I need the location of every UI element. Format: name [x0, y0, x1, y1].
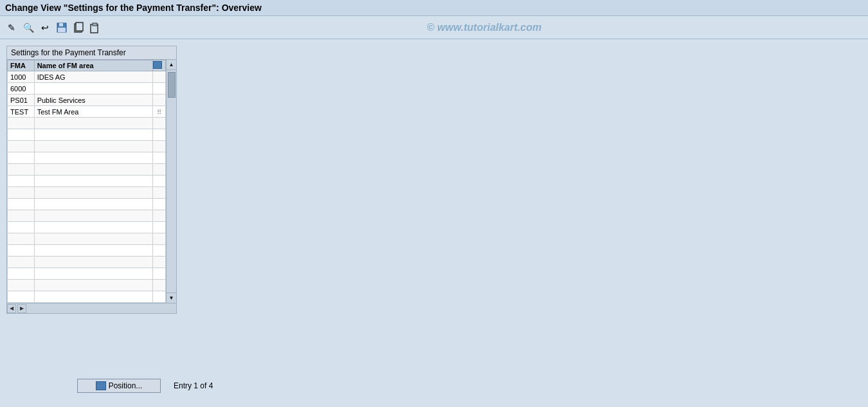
bottom-scrollbar[interactable]: ◀ ▶ — [7, 303, 176, 313]
scroll-down-arrow[interactable]: ▼ — [167, 293, 176, 303]
table-panel: Settings for the Payment Transfer FMA Na… — [6, 46, 177, 314]
entry-text: Entry 1 of 4 — [174, 381, 213, 390]
table-row[interactable] — [8, 176, 166, 187]
cell-fma — [8, 245, 35, 257]
cell-fma — [8, 129, 35, 141]
cell-fma — [8, 233, 35, 245]
cell-fma — [8, 164, 35, 176]
cell-fma — [8, 176, 35, 187]
cell-name — [34, 268, 153, 280]
table-row[interactable] — [8, 118, 166, 129]
table-row[interactable] — [8, 291, 166, 303]
table-row[interactable] — [8, 268, 166, 280]
cell-name — [34, 187, 153, 199]
edit-icon[interactable]: ✎ — [5, 21, 18, 34]
table-row[interactable] — [8, 210, 166, 222]
scroll-up-arrow[interactable]: ▲ — [167, 60, 176, 70]
table-row[interactable] — [8, 245, 166, 257]
table-row[interactable]: TESTTest FM Area⠿ — [8, 106, 166, 118]
cell-fma — [8, 141, 35, 152]
vertical-scrollbar[interactable]: ▲ ▼ — [166, 60, 176, 303]
panel-title: Settings for the Payment Transfer — [7, 46, 176, 60]
cell-drag — [153, 187, 166, 199]
cell-drag — [153, 222, 166, 233]
watermark: © www.tutorialkart.com — [105, 22, 863, 33]
cell-drag — [153, 176, 166, 187]
table-row[interactable] — [8, 152, 166, 164]
bottom-bar: Position... Entry 1 of 4 — [0, 379, 868, 393]
cell-fma — [8, 118, 35, 129]
cell-name — [34, 245, 153, 257]
cell-fma — [8, 187, 35, 199]
cell-drag — [153, 245, 166, 257]
title-text: Change View "Settings for the Payment Tr… — [5, 3, 262, 13]
cell-drag — [153, 291, 166, 303]
position-button-label: Position... — [109, 381, 143, 390]
table-wrapper: FMA Name of FM area 1000IDES AG6000PS01P… — [7, 60, 176, 303]
table-row[interactable] — [8, 187, 166, 199]
save-icon[interactable] — [55, 21, 68, 34]
cell-name — [34, 257, 153, 268]
cell-fma: 1000 — [8, 71, 35, 83]
table-row[interactable] — [8, 222, 166, 233]
cell-fma — [8, 199, 35, 210]
table-row[interactable] — [8, 233, 166, 245]
toolbar: ✎ 🔍 ↩ © www.tutorialkart.com — [0, 16, 868, 39]
cell-name — [34, 152, 153, 164]
cell-name: IDES AG — [34, 71, 153, 83]
cell-drag — [153, 257, 166, 268]
table-row[interactable] — [8, 141, 166, 152]
cell-name — [34, 164, 153, 176]
svg-rect-1 — [59, 23, 63, 26]
position-button[interactable]: Position... — [77, 379, 161, 393]
cell-name — [34, 176, 153, 187]
table-row[interactable]: 6000 — [8, 83, 166, 95]
table-row[interactable]: PS01Public Services — [8, 95, 166, 106]
cell-name — [34, 118, 153, 129]
cell-drag — [153, 233, 166, 245]
table-row[interactable]: 1000IDES AG — [8, 71, 166, 83]
table-row[interactable] — [8, 280, 166, 291]
position-button-icon — [96, 381, 106, 390]
cell-drag — [153, 164, 166, 176]
scroll-left-arrow[interactable]: ◀ — [7, 304, 16, 313]
cell-fma — [8, 268, 35, 280]
cell-drag — [153, 83, 166, 95]
cell-drag — [153, 152, 166, 164]
cell-drag — [153, 71, 166, 83]
cell-name — [34, 233, 153, 245]
paste-icon[interactable] — [89, 21, 102, 34]
scroll-track — [167, 70, 176, 293]
table-row[interactable] — [8, 164, 166, 176]
cell-name: Test FM Area — [34, 106, 153, 118]
cell-fma — [8, 152, 35, 164]
copy-icon[interactable] — [72, 21, 85, 34]
cell-drag — [153, 118, 166, 129]
cell-fma: PS01 — [8, 95, 35, 106]
table-scroll-area: FMA Name of FM area 1000IDES AG6000PS01P… — [7, 60, 166, 303]
cell-drag — [153, 268, 166, 280]
cell-drag — [153, 141, 166, 152]
scroll-thumb[interactable] — [168, 72, 176, 98]
svg-rect-6 — [93, 23, 97, 26]
cell-fma — [8, 222, 35, 233]
cell-drag: ⠿ — [153, 106, 166, 118]
cell-name — [34, 291, 153, 303]
table-row[interactable] — [8, 199, 166, 210]
cell-name: Public Services — [34, 95, 153, 106]
cell-fma: TEST — [8, 106, 35, 118]
cell-fma — [8, 291, 35, 303]
svg-rect-4 — [76, 23, 83, 31]
cell-name — [34, 199, 153, 210]
search-icon[interactable]: 🔍 — [22, 21, 35, 34]
cell-name — [34, 83, 153, 95]
scroll-right-arrow[interactable]: ▶ — [17, 304, 26, 313]
table-row[interactable] — [8, 129, 166, 141]
cell-name — [34, 222, 153, 233]
table-row[interactable] — [8, 257, 166, 268]
svg-rect-2 — [58, 28, 66, 32]
cell-fma — [8, 280, 35, 291]
cell-drag — [153, 129, 166, 141]
undo-icon[interactable]: ↩ — [39, 21, 51, 34]
main-content: Settings for the Payment Transfer FMA Na… — [0, 39, 868, 402]
